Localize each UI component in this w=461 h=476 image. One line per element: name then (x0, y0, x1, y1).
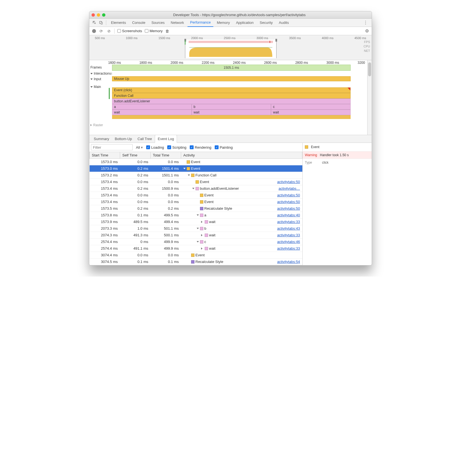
chevron-right-icon[interactable] (201, 234, 204, 236)
table-row[interactable]: 3074.4 ms0.0 ms0.0 msEvent (90, 252, 302, 259)
tab-performance[interactable]: Performance (188, 19, 213, 27)
tab-call-tree[interactable]: Call Tree (135, 135, 155, 143)
table-row[interactable]: 1573.2 ms0.2 ms1501.1 msFunction Call (90, 172, 302, 179)
col-activity[interactable]: Activity (181, 152, 302, 159)
bar-wait-b[interactable]: wait (192, 110, 271, 115)
overview-selection[interactable] (185, 40, 277, 58)
chevron-down-icon[interactable] (197, 241, 199, 242)
tab-elements[interactable]: Elements (108, 19, 128, 27)
filter-bar: All ▾ ✓Loading ✓Scripting ✓Rendering ✓Pa… (89, 143, 302, 152)
chevron-right-icon[interactable] (201, 247, 204, 250)
inspect-icon[interactable] (92, 20, 97, 26)
row-raster[interactable]: Raster (89, 122, 112, 128)
source-link[interactable]: activitytabs:50 (277, 200, 300, 204)
source-link[interactable]: activitytabs:33 (277, 233, 300, 237)
filter-input[interactable] (91, 144, 133, 150)
category-swatch-icon (191, 254, 194, 257)
bar-gold-strip[interactable] (112, 115, 351, 119)
bar-b[interactable]: b (192, 104, 271, 110)
reload-icon[interactable]: ⟳ (99, 29, 104, 33)
table-row[interactable]: 1573.4 ms0.0 ms0.0 msEventactivitytabs:5… (90, 199, 302, 205)
device-toggle-icon[interactable] (98, 20, 104, 26)
filter-all-dropdown[interactable]: All ▾ (136, 145, 143, 150)
selection-handle-right[interactable] (275, 39, 277, 42)
table-row[interactable]: 1573.9 ms489.5 ms499.4 mswaitactivitytab… (90, 219, 302, 225)
tab-audits[interactable]: Audits (276, 19, 291, 27)
memory-checkbox[interactable]: Memory (145, 29, 163, 33)
tab-network[interactable]: Network (168, 19, 187, 27)
bar-c[interactable]: c (271, 104, 351, 110)
table-row[interactable]: 1573.0 ms0.2 ms1501.4 msEvent (90, 165, 302, 172)
minimize-window-button[interactable] (97, 13, 100, 17)
input-event-bar[interactable]: Mouse Up (112, 76, 351, 81)
table-row[interactable]: 1573.5 ms0.2 ms0.2 msRecalculate Styleac… (90, 205, 302, 212)
tab-console[interactable]: Console (130, 19, 148, 27)
row-interactions[interactable]: Interactionssponse (89, 71, 112, 76)
zoom-window-button[interactable] (102, 13, 105, 17)
table-row[interactable]: 2574.4 ms0 ms499.9 mscactivitytabs:46 (90, 239, 302, 245)
bar-listener[interactable]: button.addEventListener (112, 98, 351, 104)
gc-icon[interactable]: 🗑 (165, 29, 169, 33)
screenshots-checkbox[interactable]: Screenshots (117, 29, 142, 33)
chevron-right-icon[interactable] (201, 221, 204, 223)
source-link[interactable]: activitytabs:46 (277, 240, 300, 244)
bar-a[interactable]: a (112, 104, 192, 110)
filter-rendering[interactable]: ✓Rendering (190, 145, 211, 150)
chevron-down-icon[interactable] (197, 228, 199, 229)
source-link[interactable]: activitytabs:54 (277, 260, 300, 264)
frame-block[interactable]: 1505.1 ms (112, 65, 351, 71)
row-input[interactable]: Input (89, 76, 112, 82)
source-link[interactable]: activitytabs:40 (277, 213, 300, 217)
clear-icon[interactable]: ⊘ (107, 29, 112, 33)
close-window-button[interactable] (92, 13, 95, 17)
table-row[interactable]: 2574.4 ms491.1 ms499.9 mswaitactivitytab… (90, 245, 302, 252)
source-link[interactable]: activitytabs:50 (277, 206, 300, 211)
source-link[interactable]: activitytabs:33 (277, 246, 300, 250)
tab-sources[interactable]: Sources (149, 19, 167, 27)
table-row[interactable]: 1573.4 ms0.0 ms0.0 msEventactivitytabs:5… (90, 192, 302, 199)
bar-event[interactable]: Event (click) (112, 87, 351, 93)
flame-chart[interactable]: 1600 ms1800 ms2000 ms 2200 ms2400 ms2600… (89, 60, 372, 135)
table-row[interactable]: 1573.0 ms0.0 ms0.0 msEvent (90, 159, 302, 165)
activity-name: b (204, 226, 277, 231)
timeline-scrollbar[interactable] (367, 60, 372, 135)
tab-bottom-up[interactable]: Bottom-Up (112, 135, 135, 143)
bar-wait-a[interactable]: wait (112, 110, 192, 115)
chevron-down-icon[interactable] (188, 174, 190, 176)
record-button[interactable] (92, 29, 96, 33)
source-link[interactable]: activitytabs… (278, 186, 300, 191)
table-row[interactable]: 2073.3 ms1.0 ms501.1 msbactivitytabs:43 (90, 225, 302, 232)
tab-summary[interactable]: Summary (91, 135, 112, 143)
source-link[interactable]: activitytabs:33 (277, 220, 300, 224)
bar-function-call[interactable]: Function Call (112, 93, 351, 98)
source-link[interactable]: activitytabs:50 (277, 180, 300, 184)
chevron-down-icon[interactable] (197, 214, 199, 216)
row-main[interactable]: Main (89, 84, 112, 90)
settings-icon[interactable]: ⚙ (365, 28, 369, 34)
tab-application[interactable]: Application (234, 19, 256, 27)
col-self[interactable]: Self Time (120, 152, 151, 159)
row-frames[interactable]: Frames (89, 65, 112, 70)
overview-timeline[interactable]: 500 ms1000 ms1500 ms 2000 ms2500 ms3000 … (89, 35, 372, 60)
col-total[interactable]: Total Time (151, 152, 181, 159)
filter-scripting[interactable]: ✓Scripting (167, 145, 186, 150)
table-row[interactable]: 2074.3 ms491.3 ms500.1 mswaitactivitytab… (90, 232, 302, 239)
table-row[interactable]: 1573.4 ms0.0 ms0.0 msEventactivitytabs:5… (90, 179, 302, 185)
filter-loading[interactable]: ✓Loading (146, 145, 164, 150)
table-row[interactable]: 1573.8 ms0.1 ms499.5 msaactivitytabs:40 (90, 212, 302, 219)
source-link[interactable]: activitytabs:50 (277, 193, 300, 197)
source-link[interactable]: activitytabs:43 (277, 226, 300, 231)
bar-wait-c[interactable]: wait (271, 110, 351, 115)
tab-security[interactable]: Security (257, 19, 275, 27)
tab-memory[interactable]: Memory (214, 19, 232, 27)
table-row[interactable]: 1573.4 ms0.2 ms1500.9 msbutton.addEventL… (90, 185, 302, 192)
titlebar: Developer Tools - https://googlechrome.g… (89, 11, 372, 19)
table-row[interactable]: 3074.5 ms0.1 ms0.1 msRecalculate Styleac… (90, 259, 302, 265)
main-tabbar: Elements Console Sources Network Perform… (89, 19, 372, 27)
chevron-down-icon[interactable] (183, 168, 186, 169)
more-menu-icon[interactable]: ⋮ (362, 20, 369, 25)
chevron-down-icon[interactable] (192, 188, 194, 189)
tab-event-log[interactable]: Event Log (155, 135, 177, 143)
filter-painting[interactable]: ✓Painting (215, 145, 233, 150)
col-start[interactable]: Start Time (90, 152, 120, 159)
